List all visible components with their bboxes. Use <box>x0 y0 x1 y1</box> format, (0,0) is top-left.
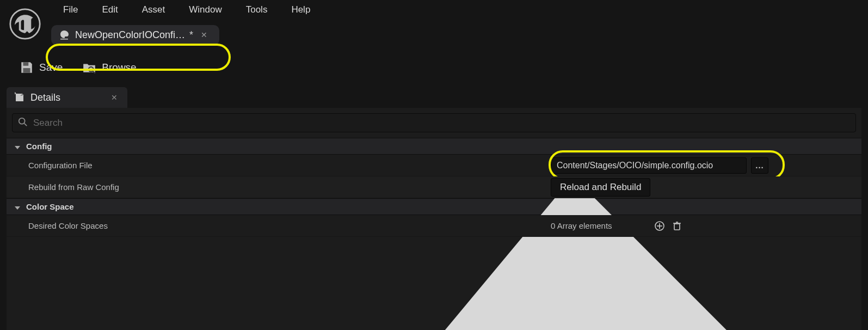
browse-icon <box>82 60 96 75</box>
add-array-element-button[interactable] <box>653 219 666 233</box>
browse-file-button[interactable]: ... <box>751 157 768 174</box>
reload-rebuild-button[interactable]: Reload and Rebuild <box>551 178 650 197</box>
prop-label-configuration-file: Configuration File <box>28 161 551 170</box>
prop-row-rebuild: Rebuild from Raw Config Reload and Rebui… <box>7 176 861 198</box>
menu-file[interactable]: File <box>51 1 90 19</box>
chevron-down-icon <box>14 143 21 150</box>
prop-label-rebuild: Rebuild from Raw Config <box>28 182 551 192</box>
save-icon <box>20 60 34 75</box>
asset-tab[interactable]: NewOpenColorIOConfi… * ✕ <box>51 25 219 45</box>
configuration-file-field[interactable]: Content/Stages/OCIO/simple.config.ocio <box>551 157 747 174</box>
menu-tools[interactable]: Tools <box>234 1 280 19</box>
panel-tab-bar: Details ✕ <box>0 87 868 108</box>
asset-tab-row: NewOpenColorIOConfi… * ✕ <box>0 20 868 50</box>
prop-label-desired-color-spaces: Desired Color Spaces <box>28 221 551 230</box>
close-icon[interactable]: ✕ <box>199 29 210 40</box>
save-label: Save <box>39 62 63 74</box>
svg-rect-11 <box>674 224 680 230</box>
svg-rect-1 <box>60 39 68 40</box>
svg-rect-2 <box>23 62 29 66</box>
asset-toolbar: Save Browse <box>0 54 868 81</box>
array-element-count: 0 Array elements <box>551 221 649 230</box>
prop-row-desired-color-spaces: Desired Color Spaces 0 Array elements <box>7 215 861 237</box>
save-button[interactable]: Save <box>16 58 66 77</box>
menu-bar: File Edit Asset Window Tools Help <box>0 0 868 20</box>
clear-array-button[interactable] <box>670 219 684 233</box>
browse-label: Browse <box>102 62 136 74</box>
details-icon <box>14 92 25 103</box>
menu-window[interactable]: Window <box>177 1 233 19</box>
details-tab[interactable]: Details ✕ <box>7 87 127 108</box>
menu-asset[interactable]: Asset <box>130 1 177 19</box>
chevron-down-icon <box>14 204 21 210</box>
browse-button[interactable]: Browse <box>79 58 139 77</box>
svg-point-6 <box>19 118 25 124</box>
menu-help[interactable]: Help <box>279 1 322 19</box>
asset-tab-label: NewOpenColorIOConfi… <box>75 29 185 41</box>
prop-row-configuration-file: Configuration File Content/Stages/OCIO/s… <box>7 155 861 176</box>
menu-edit[interactable]: Edit <box>90 1 130 19</box>
color-config-icon <box>59 29 70 40</box>
asset-tab-dirty-indicator: * <box>189 29 193 41</box>
svg-rect-3 <box>23 68 30 73</box>
